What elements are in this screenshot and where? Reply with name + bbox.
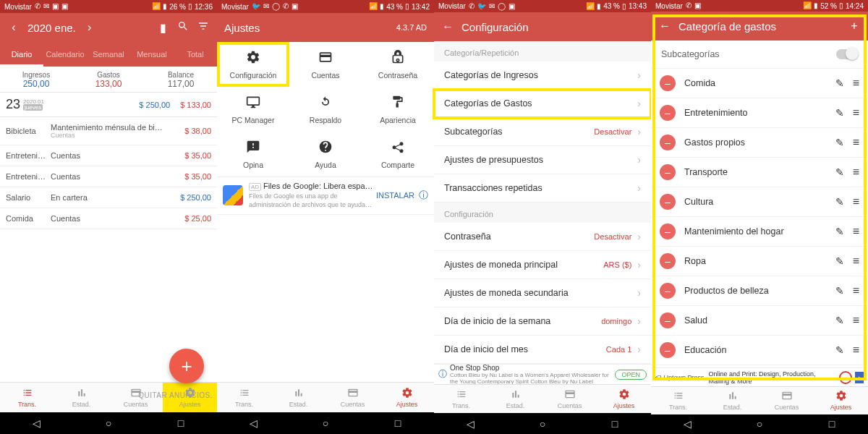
back-icon[interactable]: ← [441,20,454,33]
settings-pcmanager[interactable]: PC Manager [217,87,289,132]
bottom-tab-ajustes[interactable]: Ajustes [380,383,434,412]
transaction-row[interactable]: Comida Cuentas $ 25,00 [0,208,217,229]
category-row[interactable]: – Transporte ✎ ≡ [651,158,868,187]
nav-back-icon[interactable]: ◁ [678,418,696,430]
config-row[interactable]: Ajustes de moneda secundaria› [434,279,651,307]
add-category-icon[interactable]: + [848,20,861,33]
month-title[interactable]: 2020 ene. [27,22,76,34]
filter-icon[interactable] [197,20,210,35]
delete-icon[interactable]: – [660,283,676,299]
subcategorias-toggle[interactable] [836,49,858,59]
bottom-tab-ajustes[interactable]: Ajustes [814,387,868,414]
nav-home-icon[interactable]: ○ [534,418,551,430]
drag-handle-icon[interactable]: ≡ [853,284,859,297]
bottom-tab-estad[interactable]: Estad. [271,383,326,412]
transaction-row[interactable]: Entretenimi… Cuentas $ 35,00 [0,166,217,187]
edit-icon[interactable]: ✎ [835,344,844,356]
config-row[interactable]: Ajustes de presupuestos› [434,146,651,174]
edit-icon[interactable]: ✎ [835,285,844,297]
category-row[interactable]: – Cultura ✎ ≡ [651,187,868,217]
drag-handle-icon[interactable]: ≡ [853,106,859,119]
settings-apariencia[interactable]: Apariencia [362,87,434,132]
config-row[interactable]: Transacciones repetidas› [434,174,651,203]
tab-diario[interactable]: Diario [0,50,43,67]
delete-icon[interactable]: – [660,105,676,121]
bottom-tab-ajustes[interactable]: Ajustes [597,385,651,413]
ad-install-button[interactable]: INSTALAR [376,191,414,200]
ad-open-button[interactable]: OPEN [615,370,647,380]
tab-total[interactable]: Total [174,50,217,67]
bottom-tab-cuentas[interactable]: Cuentas [542,385,597,413]
tab-mensual[interactable]: Mensual [130,50,174,67]
bottom-tab-trans[interactable]: Trans. [217,383,271,412]
settings-configuracion[interactable]: Configuración [217,42,289,87]
category-row[interactable]: – Productos de belleza ✎ ≡ [651,276,868,306]
search-icon[interactable] [176,20,190,35]
next-month-icon[interactable]: › [83,21,96,34]
bottom-tab-trans[interactable]: Trans. [651,387,705,414]
edit-icon[interactable]: ✎ [835,226,844,237]
drag-handle-icon[interactable]: ≡ [853,166,859,179]
drag-handle-icon[interactable]: ≡ [853,136,859,149]
settings-ayuda[interactable]: Ayuda [289,132,362,176]
category-row[interactable]: – Entretenimiento ✎ ≡ [651,98,868,128]
transaction-row[interactable]: Salario En cartera $ 250,00 [0,187,217,208]
edit-icon[interactable]: ✎ [835,166,844,178]
bottom-tab-estad[interactable]: Estad. [54,383,109,412]
nav-home-icon[interactable]: ○ [100,417,117,429]
subcategorias-toggle-row[interactable]: Subcategorías [651,41,868,69]
config-row[interactable]: ContraseñaDesactivar› [434,223,651,251]
nav-recent-icon[interactable]: □ [172,417,190,429]
delete-icon[interactable]: – [660,312,676,328]
bottom-tab-cuentas[interactable]: Cuentas [760,387,814,414]
day-header[interactable]: 23 2020.01 jueves $ 250,00 $ 133,00 [0,93,217,117]
ad-next-icon[interactable]: › [855,372,864,383]
category-row[interactable]: – Ropa ✎ ≡ [651,247,868,276]
settings-contrasena[interactable]: Contraseña [362,42,434,87]
tab-calendario[interactable]: Calendario [43,50,87,67]
delete-icon[interactable]: – [660,253,676,269]
ad-banner[interactable]: ⓘ One Stop Shop Cotton Bleu by Nu Label … [434,364,651,384]
nav-back-icon[interactable]: ◁ [27,417,45,429]
back-icon[interactable]: ← [658,20,671,33]
delete-icon[interactable]: – [660,135,676,150]
delete-icon[interactable]: – [660,194,676,210]
drag-handle-icon[interactable]: ≡ [853,314,859,327]
ad-info-icon[interactable]: ⓘ [419,189,428,202]
nav-recent-icon[interactable]: □ [389,417,407,429]
add-transaction-button[interactable]: + [169,349,204,383]
ad-banner[interactable]: 🏷 Uptown Press Online and Print: Design,… [651,367,868,386]
nav-recent-icon[interactable]: □ [823,418,841,430]
bottom-tab-cuentas[interactable]: Cuentas [326,383,380,412]
delete-icon[interactable]: – [660,224,676,239]
bottom-tab-trans[interactable]: Trans. [434,385,488,413]
category-row[interactable]: – Educación ✎ ≡ [651,336,868,365]
bookmark-icon[interactable]: ▮ [156,21,169,35]
delete-icon[interactable]: – [660,75,676,91]
nav-back-icon[interactable]: ◁ [461,418,479,430]
edit-icon[interactable]: ✎ [835,137,844,148]
config-row[interactable]: Día de inicio de la semanadomingo› [434,307,651,336]
edit-icon[interactable]: ✎ [835,255,844,267]
settings-comparte[interactable]: Comparte [362,132,434,176]
settings-respaldo[interactable]: Respaldo [289,87,362,132]
nav-home-icon[interactable]: ○ [317,417,334,429]
ad-banner[interactable]: AD Files de Google: Libera espa… Files d… [217,176,434,215]
tab-semanal[interactable]: Semanal [87,50,130,67]
bottom-tab-estad[interactable]: Estad. [488,385,542,413]
category-row[interactable]: – Salud ✎ ≡ [651,306,868,336]
drag-handle-icon[interactable]: ≡ [853,344,859,357]
edit-icon[interactable]: ✎ [835,77,844,89]
nav-recent-icon[interactable]: □ [606,418,624,430]
category-row[interactable]: – Mantenimiento del hogar ✎ ≡ [651,217,868,247]
category-row[interactable]: – Comida ✎ ≡ [651,69,868,98]
drag-handle-icon[interactable]: ≡ [853,255,859,268]
settings-cuentas[interactable]: Cuentas [289,42,362,87]
bottom-tab-estad[interactable]: Estad. [705,387,760,414]
config-row[interactable]: Ajustes de moneda principalARS ($)› [434,251,651,279]
category-row[interactable]: – Gastos propios ✎ ≡ [651,128,868,158]
delete-icon[interactable]: – [660,342,676,358]
nav-home-icon[interactable]: ○ [751,418,768,430]
edit-icon[interactable]: ✎ [835,107,844,119]
config-row[interactable]: Día de inicio del mesCada 1› [434,336,651,364]
